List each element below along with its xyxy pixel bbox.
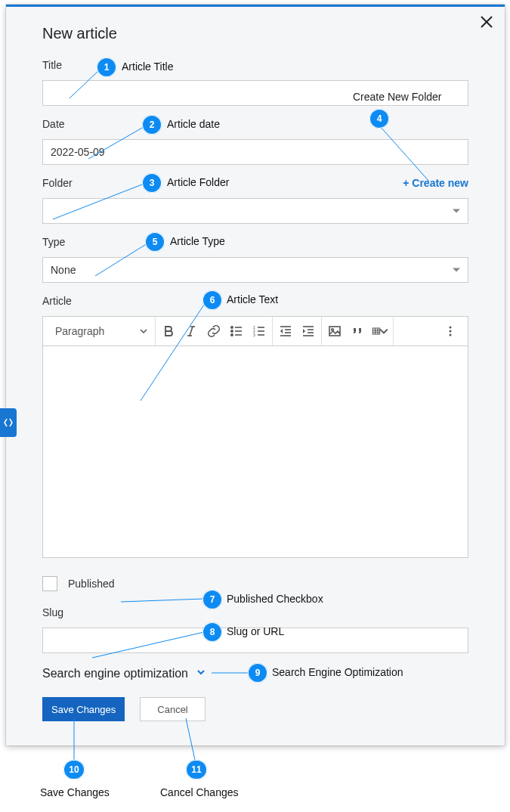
action-row: Save Changes Cancel: [42, 697, 468, 721]
chevron-down-icon: [196, 667, 206, 680]
field-slug: Slug: [42, 605, 468, 653]
quote-icon[interactable]: [349, 323, 366, 339]
save-button[interactable]: Save Changes: [42, 697, 125, 721]
cancel-button[interactable]: Cancel: [140, 697, 205, 721]
type-value: None: [51, 264, 76, 276]
anno-badge-11: 11: [186, 760, 207, 779]
more-icon[interactable]: [442, 323, 459, 339]
svg-point-7: [231, 334, 233, 336]
svg-point-32: [450, 327, 452, 329]
slug-label: Slug: [42, 606, 63, 618]
svg-point-6: [231, 330, 233, 332]
field-article: Article Paragraph 123: [42, 293, 468, 558]
chevron-down-icon: [453, 268, 460, 272]
outdent-icon[interactable]: [277, 323, 294, 339]
anno-label-10: Save Changes: [40, 786, 110, 798]
folder-label: Folder: [42, 177, 73, 189]
modal-title: New article: [42, 25, 468, 42]
editor-toolbar: Paragraph 123: [42, 316, 468, 346]
field-type: Type None: [42, 234, 468, 283]
published-checkbox[interactable]: [42, 576, 57, 591]
seo-toggle[interactable]: Search engine optimization: [42, 667, 468, 680]
type-label: Type: [42, 236, 65, 248]
link-icon[interactable]: [206, 323, 222, 339]
slug-input[interactable]: [42, 628, 468, 653]
published-label: Published: [68, 578, 115, 590]
svg-point-33: [450, 330, 452, 333]
anno-label-11: Cancel Changes: [160, 786, 239, 798]
side-drawer-handle[interactable]: [0, 408, 17, 437]
date-label: Date: [42, 118, 65, 130]
image-icon[interactable]: [326, 323, 343, 339]
paragraph-dropdown[interactable]: Paragraph: [52, 325, 150, 337]
svg-text:3: 3: [253, 333, 255, 337]
table-icon[interactable]: [372, 323, 388, 339]
anno-badge-10: 10: [63, 760, 85, 779]
close-button[interactable]: [479, 14, 494, 33]
field-published: Published: [42, 576, 468, 591]
new-article-modal: New article Title Date Folder + Create n…: [6, 5, 505, 745]
article-label: Article: [42, 295, 72, 307]
folder-select[interactable]: [42, 198, 468, 224]
number-list-icon[interactable]: 123: [251, 323, 267, 339]
italic-icon[interactable]: [183, 323, 199, 339]
svg-line-4: [190, 327, 193, 336]
field-folder: Folder + Create new: [42, 175, 468, 224]
bullet-list-icon[interactable]: [228, 323, 245, 339]
svg-point-26: [332, 329, 334, 331]
field-date: Date: [42, 116, 468, 165]
anno-create-folder-tip: Create New Folder: [353, 91, 442, 103]
title-label: Title: [42, 59, 62, 71]
indent-icon[interactable]: [300, 323, 317, 339]
bold-icon[interactable]: [160, 323, 177, 339]
rich-text-editor: Paragraph 123: [42, 316, 468, 558]
svg-point-5: [231, 327, 233, 328]
chevron-down-icon: [453, 209, 460, 213]
svg-point-34: [450, 334, 452, 336]
date-input[interactable]: [42, 139, 468, 165]
type-select[interactable]: None: [42, 257, 468, 283]
create-new-folder-link[interactable]: + Create new: [403, 177, 468, 189]
seo-label: Search engine optimization: [42, 667, 188, 680]
editor-body[interactable]: [42, 346, 468, 558]
